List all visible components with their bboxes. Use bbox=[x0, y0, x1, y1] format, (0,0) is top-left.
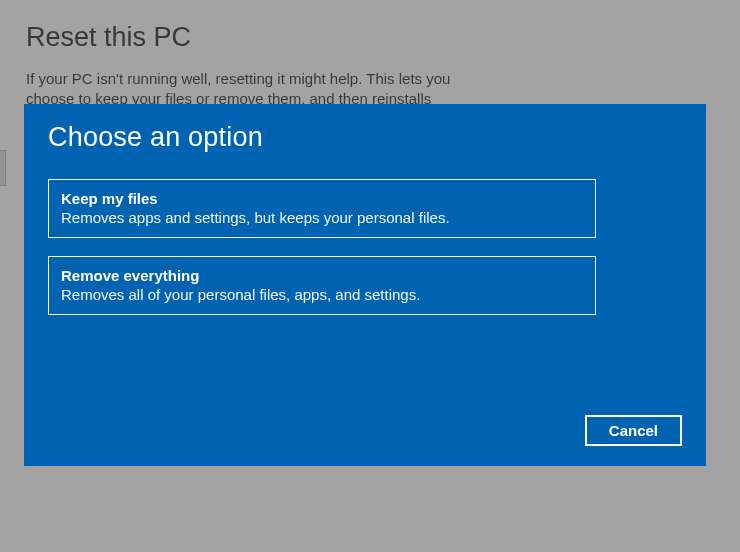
option-description: Removes all of your personal files, apps… bbox=[61, 286, 583, 303]
dialog-footer: Cancel bbox=[48, 415, 682, 446]
dialog-title: Choose an option bbox=[48, 122, 682, 153]
option-description: Removes apps and settings, but keeps you… bbox=[61, 209, 583, 226]
choose-option-dialog: Choose an option Keep my files Removes a… bbox=[24, 104, 706, 466]
option-keep-my-files[interactable]: Keep my files Removes apps and settings,… bbox=[48, 179, 596, 238]
option-title: Remove everything bbox=[61, 267, 583, 284]
option-title: Keep my files bbox=[61, 190, 583, 207]
option-remove-everything[interactable]: Remove everything Removes all of your pe… bbox=[48, 256, 596, 315]
cancel-button[interactable]: Cancel bbox=[585, 415, 682, 446]
